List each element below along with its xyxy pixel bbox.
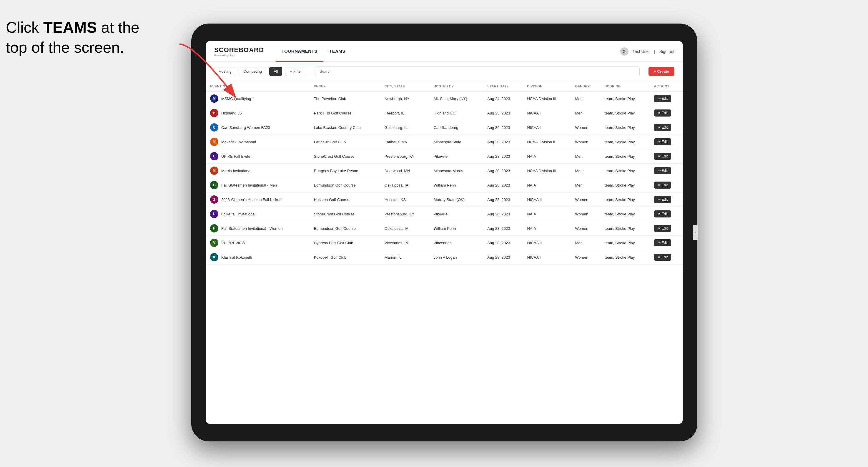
gender-cell: Women <box>571 207 600 221</box>
hosted-by-cell: William Penn <box>430 221 484 236</box>
event-name-cell: V VU PREVIEW <box>206 236 310 250</box>
scoring-cell: team, Stroke Play <box>600 221 650 236</box>
nav-right: ⚙ Test User | Sign out <box>620 48 674 56</box>
gear-icon[interactable]: ⚙ <box>620 48 628 56</box>
city-state-cell: Hesston, KS <box>380 192 430 207</box>
event-name-cell: M Morris Invitational <box>206 164 310 178</box>
edit-label: Edit <box>662 96 668 101</box>
filter-button[interactable]: ≡ Filter <box>285 67 306 76</box>
table-row: C Carl Sandburg Women FA23 Lake Bracken … <box>206 120 683 135</box>
venue-cell: Kokopelli Golf Club <box>310 250 380 264</box>
edit-button[interactable]: ✏ Edit <box>654 167 672 174</box>
team-logo: H <box>210 109 218 117</box>
actions-cell: ✏ Edit <box>650 120 683 135</box>
edit-button[interactable]: ✏ Edit <box>654 239 672 246</box>
team-logo: U <box>210 152 218 160</box>
hosted-by-cell: Vincennes <box>430 236 484 250</box>
division-cell: NICAA II <box>523 192 571 207</box>
venue-cell: Cypress Hills Golf Club <box>310 236 380 250</box>
edit-button[interactable]: ✏ Edit <box>654 210 672 217</box>
actions-cell: ✏ Edit <box>650 92 683 106</box>
scoring-cell: team, Stroke Play <box>600 92 650 106</box>
division-cell: NCAA Division II <box>523 135 571 149</box>
venue-cell: Park Hills Golf Course <box>310 106 380 120</box>
gender-cell: Men <box>571 164 600 178</box>
edit-button[interactable]: ✏ Edit <box>654 153 672 160</box>
event-name: Morris Invitational <box>221 168 251 173</box>
division-cell: NICAA II <box>523 236 571 250</box>
edit-label: Edit <box>662 183 668 187</box>
city-state-cell: Marion, IL <box>380 250 430 264</box>
tablet-screen: SCOREBOARD Powered by clippi TOURNAMENTS… <box>206 41 683 424</box>
edit-button[interactable]: ✏ Edit <box>654 138 672 145</box>
competing-button[interactable]: Competing <box>239 67 266 76</box>
tab-tournaments[interactable]: TOURNAMENTS <box>276 41 323 62</box>
edit-button[interactable]: ✏ Edit <box>654 196 672 203</box>
gender-cell: Men <box>571 178 600 192</box>
division-cell: NICAA I <box>523 250 571 264</box>
edit-button[interactable]: ✏ Edit <box>654 124 672 131</box>
event-name: Fall Statesmen Invitational - Men <box>221 183 277 187</box>
col-hosted-by: HOSTED BY <box>430 81 484 92</box>
edit-button[interactable]: ✏ Edit <box>654 182 672 189</box>
tab-teams[interactable]: TEAMS <box>323 41 351 62</box>
scoring-cell: team, Stroke Play <box>600 250 650 264</box>
table-container: EVENT NAME VENUE CITY, STATE HOSTED BY S… <box>206 81 683 424</box>
edit-label: Edit <box>662 197 668 201</box>
city-state-cell: Prestonsburg, KY <box>380 207 430 221</box>
event-name: Highland 36 <box>221 111 242 115</box>
start-date-cell: Aug 28, 2023 <box>483 250 523 264</box>
table-row: F Fall Statesmen Invitational - Women Ed… <box>206 221 683 236</box>
filter-label: Filter <box>293 69 302 73</box>
edit-button[interactable]: ✏ Edit <box>654 254 672 261</box>
hosted-by-cell: John A Logan <box>430 250 484 264</box>
edit-icon: ✏ <box>658 154 660 158</box>
division-cell: NAIA <box>523 178 571 192</box>
event-name: 2023 Women's Hesston Fall Kickoff <box>221 197 281 202</box>
city-state-cell: Prestonsburg, KY <box>380 149 430 164</box>
venue-cell: Edmundson Golf Course <box>310 178 380 192</box>
table-row: M MSMC Qualifying 1 The Powelton Club Ne… <box>206 92 683 106</box>
scoring-cell: team, Stroke Play <box>600 149 650 164</box>
city-state-cell: Newburgh, NY <box>380 92 430 106</box>
scoring-cell: team, Stroke Play <box>600 207 650 221</box>
edit-label: Edit <box>662 168 668 173</box>
scoring-cell: team, Stroke Play <box>600 178 650 192</box>
search-input[interactable] <box>315 66 640 76</box>
table-row: F Fall Statesmen Invitational - Men Edmu… <box>206 178 683 192</box>
actions-cell: ✏ Edit <box>650 149 683 164</box>
gender-cell: Women <box>571 120 600 135</box>
division-cell: NICAA I <box>523 120 571 135</box>
table-row: U upike fall invitational StoneCrest Gol… <box>206 207 683 221</box>
sign-out-link[interactable]: Sign out <box>659 49 674 54</box>
start-date-cell: Aug 28, 2023 <box>483 178 523 192</box>
edit-label: Edit <box>662 212 668 216</box>
hosting-button[interactable]: Hosting <box>214 67 236 76</box>
start-date-cell: Aug 28, 2023 <box>483 207 523 221</box>
city-state-cell: Faribault, MN <box>380 135 430 149</box>
side-collapse-tab[interactable]: › <box>693 225 698 240</box>
edit-icon: ✏ <box>658 96 660 101</box>
edit-label: Edit <box>662 140 668 144</box>
col-city-state: CITY, STATE <box>380 81 430 92</box>
tablet-frame: SCOREBOARD Powered by clippi TOURNAMENTS… <box>191 24 698 441</box>
event-name-cell: U UPIKE Fall Invite <box>206 149 310 164</box>
edit-button[interactable]: ✏ Edit <box>654 225 672 232</box>
table-row: K Klash at Kokopelli Kokopelli Golf Club… <box>206 250 683 264</box>
event-name-cell: F Fall Statesmen Invitational - Men <box>206 178 310 192</box>
edit-icon: ✏ <box>658 183 660 187</box>
create-button[interactable]: + Create <box>649 67 674 76</box>
table-row: M Morris Invitational Ruttger's Bay Lake… <box>206 164 683 178</box>
col-division: DIVISION <box>523 81 571 92</box>
edit-button[interactable]: ✏ Edit <box>654 110 672 117</box>
venue-cell: Hesston Golf Course <box>310 192 380 207</box>
edit-button[interactable]: ✏ Edit <box>654 95 672 102</box>
col-scoring: SCORING <box>600 81 650 92</box>
logo-sub: Powered by clippi <box>214 54 264 57</box>
hosted-by-cell: Carl Sandburg <box>430 120 484 135</box>
all-button[interactable]: All <box>269 67 282 76</box>
team-logo: 2 <box>210 195 218 204</box>
division-cell: NAIA <box>523 149 571 164</box>
team-logo: F <box>210 224 218 232</box>
search-box <box>315 66 640 76</box>
